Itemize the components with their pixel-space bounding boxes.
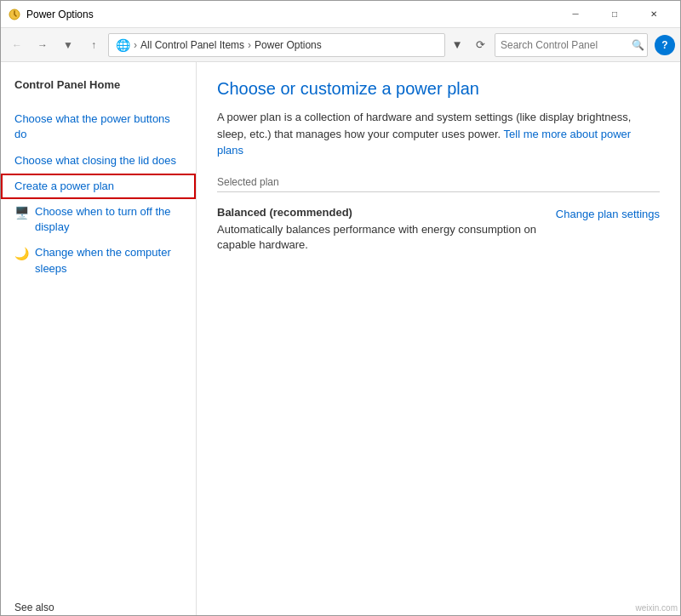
up-button[interactable]: ↑ — [83, 34, 105, 56]
back-button[interactable]: ← — [6, 34, 28, 56]
help-button[interactable]: ? — [655, 35, 675, 55]
watermark: weixin.com — [636, 603, 678, 613]
search-icon: 🔍 — [632, 39, 644, 51]
sidebar-item-sleep[interactable]: 🌙 Change when the computer sleeps — [1, 240, 196, 281]
window: Power Options ─ □ ✕ ← → ▼ ↑ 🌐 › All Cont… — [0, 0, 681, 616]
main-panel: Choose or customize a power plan A power… — [197, 62, 680, 615]
minimize-button[interactable]: ─ — [556, 1, 595, 28]
section-divider — [217, 191, 660, 192]
sidebar-item-display-off[interactable]: 🖥️ Choose when to turn off the display — [1, 199, 196, 240]
address-path: 🌐 › All Control Panel Items › Power Opti… — [108, 33, 445, 57]
plan-info: Balanced (recommended) Automatically bal… — [217, 206, 539, 253]
plan-description: Automatically balances performance with … — [217, 222, 539, 253]
main-title: Choose or customize a power plan — [217, 79, 660, 99]
path-current: Power Options — [255, 39, 322, 51]
address-bar: ← → ▼ ↑ 🌐 › All Control Panel Items › Po… — [1, 28, 680, 62]
maximize-button[interactable]: □ — [595, 1, 634, 28]
sidebar-item-create-plan[interactable]: Create a power plan — [1, 174, 196, 199]
recent-pages-button[interactable]: ▼ — [57, 34, 79, 56]
sidebar: Control Panel Home Choose what the power… — [1, 62, 197, 615]
content-area: Control Panel Home Choose what the power… — [1, 62, 680, 615]
plan-section: Selected plan Balanced (recommended) Aut… — [217, 176, 660, 253]
change-plan-settings-link[interactable]: Change plan settings — [556, 208, 660, 220]
plan-name: Balanced (recommended) — [217, 206, 539, 219]
title-bar: Power Options ─ □ ✕ — [1, 1, 680, 28]
sleep-icon: 🌙 — [14, 246, 30, 261]
selected-plan-label: Selected plan — [217, 176, 660, 188]
title-bar-controls: ─ □ ✕ — [556, 1, 673, 28]
search-input[interactable] — [501, 39, 628, 51]
main-description: A power plan is a collection of hardware… — [217, 109, 643, 159]
sidebar-item-lid-action[interactable]: Choose what closing the lid does — [1, 148, 196, 174]
see-also-label: See also — [1, 588, 196, 615]
search-box: 🔍 — [495, 33, 648, 57]
refresh-button[interactable]: ⟳ — [469, 34, 491, 56]
close-button[interactable]: ✕ — [634, 1, 673, 28]
path-root[interactable]: All Control Panel Items — [140, 39, 244, 51]
title-bar-title: Power Options — [26, 9, 556, 20]
plan-row: Balanced (recommended) Automatically bal… — [217, 206, 660, 253]
display-icon: 🖥️ — [14, 205, 30, 220]
sidebar-home[interactable]: Control Panel Home — [1, 72, 196, 98]
title-bar-icon — [8, 8, 21, 21]
path-icon: 🌐 — [116, 38, 130, 52]
sidebar-item-power-buttons[interactable]: Choose what the power buttons do — [1, 106, 196, 147]
address-dropdown-button[interactable]: ▼ — [449, 33, 466, 57]
forward-button[interactable]: → — [31, 34, 54, 56]
